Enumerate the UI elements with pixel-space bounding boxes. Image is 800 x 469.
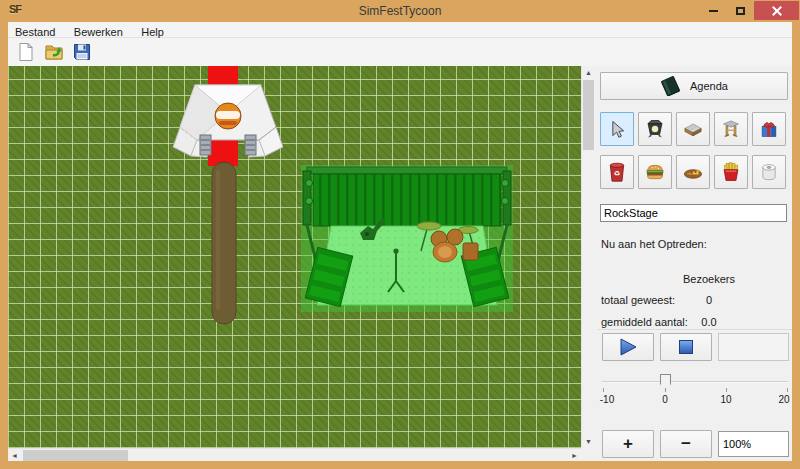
slider-tick-minus10: -10 — [600, 394, 614, 405]
horizontal-scrollbar[interactable]: ◄ ► — [8, 448, 581, 461]
minimize-icon — [709, 10, 718, 12]
rock-stage[interactable] — [301, 165, 513, 312]
title-bar[interactable]: SF SimFestTycoon — [0, 0, 800, 22]
visitors-header: Bezoekers — [678, 273, 740, 285]
save-button[interactable] — [70, 40, 94, 64]
scroll-right-icon[interactable]: ► — [568, 449, 581, 462]
total-visitors-label: totaal geweest: — [601, 294, 675, 306]
menu-help[interactable]: Help — [134, 25, 171, 38]
trash-bin-icon: ♻ — [607, 159, 627, 185]
now-performing-label: Nu aan het Optreden: — [601, 238, 707, 250]
burger-icon — [645, 159, 665, 185]
tool-spotlight-button[interactable] — [638, 112, 672, 146]
scroll-up-icon[interactable]: ▲ — [582, 66, 595, 79]
simfest-logo — [215, 103, 241, 129]
map-scene — [8, 66, 581, 448]
dirt-path[interactable] — [212, 162, 236, 324]
horizontal-scroll-thumb[interactable] — [23, 450, 128, 461]
zoom-out-button[interactable]: − — [660, 430, 712, 458]
vertical-scroll-thumb[interactable] — [583, 80, 594, 150]
average-visitors-value: 0.0 — [678, 316, 740, 328]
stage-name-input[interactable] — [600, 204, 787, 222]
slider-tick-20: 20 — [778, 394, 789, 405]
gift-icon — [759, 115, 779, 143]
agenda-label: Agenda — [690, 80, 728, 92]
play-icon — [617, 337, 639, 357]
slider-tick-0: 0 — [662, 394, 668, 405]
slider-track[interactable] — [602, 381, 788, 383]
save-icon — [72, 42, 92, 62]
menu-bestand[interactable]: Bestand — [8, 25, 62, 38]
panel-separator — [598, 329, 792, 330]
vertical-scrollbar[interactable]: ▲ ▼ — [581, 66, 594, 448]
toilet-roll-icon — [759, 159, 779, 185]
speed-slider[interactable]: -10 0 10 20 — [598, 366, 792, 422]
stage-light-icon — [502, 180, 509, 187]
cursor-icon — [607, 117, 627, 141]
agenda-button[interactable]: Agenda — [600, 72, 788, 100]
stop-button[interactable] — [660, 333, 712, 361]
tool-cursor-button[interactable] — [600, 112, 634, 146]
open-file-icon — [44, 42, 64, 62]
total-visitors-value: 0 — [678, 294, 740, 306]
item-pizza-button[interactable] — [676, 155, 710, 189]
client-area: Bestand Bewerken Help — [8, 22, 792, 461]
close-button[interactable] — [754, 1, 799, 20]
maximize-icon — [736, 7, 745, 15]
slider-tick-10: 10 — [720, 394, 731, 405]
svg-text:♻: ♻ — [614, 169, 621, 178]
item-toilet-roll-button[interactable] — [752, 155, 786, 189]
tool-bar — [8, 38, 792, 66]
scaffold-icon — [721, 115, 741, 143]
close-icon — [772, 6, 782, 16]
stage-light-icon — [306, 198, 313, 205]
stage-curtain — [313, 174, 501, 226]
scroll-left-icon[interactable]: ◄ — [8, 449, 21, 462]
scrollbar-corner — [581, 448, 594, 461]
minimize-button[interactable] — [700, 1, 726, 20]
fries-icon — [721, 159, 741, 185]
tool-stage-platform-button[interactable] — [676, 112, 710, 146]
zoom-level-field[interactable] — [718, 431, 789, 457]
stage-truss-top — [307, 167, 507, 174]
tool-gift-button[interactable] — [752, 112, 786, 146]
tool-scaffold-button[interactable] — [714, 112, 748, 146]
spotlight-icon — [645, 116, 665, 142]
new-document-icon — [16, 42, 36, 62]
side-panel: Agenda — [598, 66, 792, 461]
average-visitors-label: gemiddeld aantal: — [601, 316, 688, 328]
open-file-button[interactable] — [42, 40, 66, 64]
stage-light-icon — [502, 198, 509, 205]
zoom-in-button[interactable]: + — [602, 430, 654, 458]
menu-bar: Bestand Bewerken Help — [8, 22, 792, 38]
item-burger-button[interactable] — [638, 155, 672, 189]
scroll-down-icon[interactable]: ▼ — [582, 435, 595, 448]
transport-display — [718, 333, 789, 361]
play-button[interactable] — [602, 333, 654, 361]
app-window: SF SimFestTycoon Bestand Bewerken Help — [0, 0, 800, 469]
window-title: SimFestTycoon — [0, 4, 800, 18]
maximize-button[interactable] — [727, 1, 753, 20]
festival-ground-grid[interactable] — [8, 66, 581, 448]
menu-bewerken[interactable]: Bewerken — [67, 25, 130, 38]
stage-platform-icon — [683, 116, 703, 142]
item-fries-button[interactable] — [714, 155, 748, 189]
new-file-button[interactable] — [14, 40, 38, 64]
agenda-book-icon — [660, 76, 682, 96]
stop-icon — [677, 338, 695, 356]
tent-speaker-left — [200, 135, 211, 155]
map-area: ▲ ▼ ◄ ► — [8, 66, 594, 461]
tent-speaker-right — [245, 135, 256, 155]
item-trash-button[interactable]: ♻ — [600, 155, 634, 189]
stage-light-icon — [306, 180, 313, 187]
pizza-icon — [683, 159, 703, 185]
